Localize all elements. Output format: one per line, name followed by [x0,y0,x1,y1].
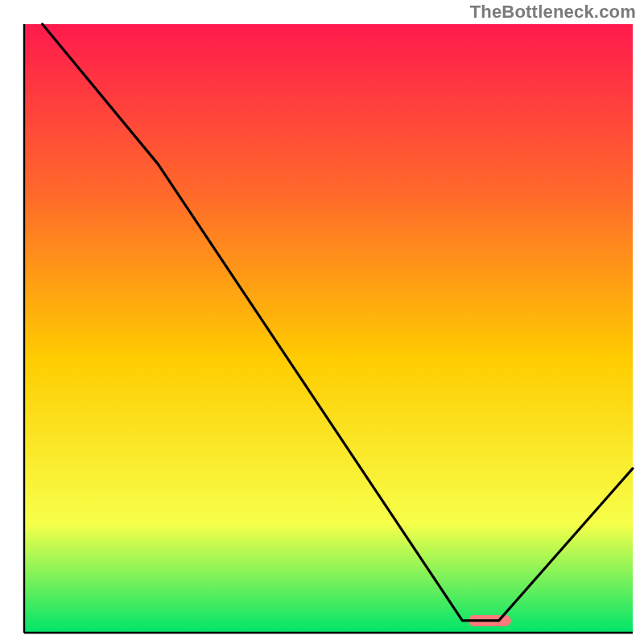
chart-container: { "attribution": "TheBottleneck.com", "g… [0,0,644,644]
plot-area [24,24,633,633]
gradient-background [24,24,633,633]
bottleneck-chart [0,0,644,644]
